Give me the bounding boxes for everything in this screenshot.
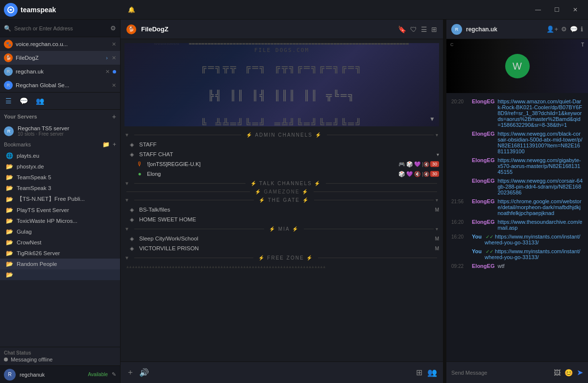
talk-channels-section[interactable]: ▼ ⚡ TALK CHANNELS ⚡: [121, 179, 443, 188]
channel-staff[interactable]: ◈ STAFF: [121, 140, 443, 149]
channel-sleep-city[interactable]: ◈ Sleep City/Work/School M: [121, 234, 443, 243]
user-elong[interactable]: ● Elong 🎲 💜 🔇 |🔇 30: [121, 169, 443, 179]
edit-icon[interactable]: ✎: [112, 371, 116, 378]
bookmark-crownest[interactable]: 📂 CrowNest: [0, 237, 120, 248]
notification-icon[interactable]: 🔔: [125, 4, 137, 16]
bookmark-ts3[interactable]: 📂 TeamSpeak 3: [0, 183, 120, 193]
add-user-icon[interactable]: 👤+: [546, 25, 558, 33]
close-button[interactable]: ✕: [566, 3, 584, 17]
message-link[interactable]: https://www.newegg.com/corsair-64gb-288-…: [497, 178, 583, 195]
chevron-down-icon[interactable]: ▾: [436, 132, 439, 138]
server-tab-regchan[interactable]: R regchan.uk ✕: [0, 65, 120, 78]
expand-icon[interactable]: ▼: [429, 116, 435, 122]
message-link[interactable]: https://www.myinstants.com/instant/where…: [485, 234, 580, 245]
admin-channels-section[interactable]: ▼ ⚡ ADMIN CHANNELS ⚡ ▾: [121, 130, 443, 140]
message-link[interactable]: https://chrome.google.com/webstore/detai…: [497, 198, 581, 216]
maximize-button[interactable]: ☐: [548, 3, 565, 17]
bookmark-ts5[interactable]: 📂 TeamSpeak 5: [0, 172, 120, 183]
message-content: ✓✓ https://www.myinstants.com/instant/wh…: [485, 234, 583, 245]
close-icon[interactable]: ✕: [112, 41, 116, 48]
bookmark-add-icon[interactable]: +: [113, 141, 116, 148]
sound-icon[interactable]: 🔊: [139, 368, 149, 377]
close-icon[interactable]: ✕: [112, 55, 116, 61]
channel-name: STAFF: [139, 142, 439, 147]
server-tab-regchan-global[interactable]: R Regchan Global Se... ✕: [0, 78, 120, 92]
message-link[interactable]: https://www.thesoundarchive.com/email.as…: [497, 219, 582, 231]
regchan-ts5-server[interactable]: R Regchan TS5 server 10 slots · Free ser…: [0, 123, 120, 139]
the-gate-section[interactable]: ▼ ⚡ THE GATE ⚡ ▾: [121, 195, 443, 205]
message-time: 21:56: [451, 198, 469, 204]
message-link[interactable]: https://www.myinstants.com/instant/where…: [485, 248, 580, 260]
user-reggie[interactable]: 🎙 ![onTS5]REGGIE-U.K] 🎮 🎲 💜 |🔇 30: [121, 159, 443, 169]
channel-victorville[interactable]: ◈ VICTORVILLE PRISON M: [121, 243, 443, 253]
add-channel-button[interactable]: ＋: [126, 367, 134, 378]
shield-action-icon[interactable]: 🛡: [410, 25, 417, 33]
info-icon[interactable]: ℹ: [581, 25, 583, 33]
free-zone-section[interactable]: ▼ ⚡ FREE ZONE ⚡: [121, 253, 443, 263]
chat-message: 09:22 ElongEG wtf: [446, 262, 588, 270]
grid-action-icon[interactable]: ⊞: [431, 25, 437, 33]
channel-home-sweet[interactable]: ◈ HOME SWEET HOME: [121, 215, 443, 224]
channel-tree: FILE DOGS.COM ▓▒░▒▓█████████████████████…: [121, 39, 443, 361]
settings-icon[interactable]: ⚙: [561, 25, 567, 33]
layout-icon[interactable]: ⊞: [416, 368, 422, 377]
message-link[interactable]: https://www.amazon.com/quiet-Dark-Rock-B…: [497, 98, 582, 128]
channel-icon: ◈: [128, 151, 135, 158]
bookmark-action-icon[interactable]: 🔖: [398, 25, 406, 33]
gear-icon[interactable]: ⚙: [110, 24, 116, 32]
send-button[interactable]: ➤: [577, 368, 583, 377]
bookmark-folder-icon[interactable]: 📁: [102, 141, 110, 148]
message-input-area: 🖼 😊 ➤: [446, 361, 588, 383]
message-link[interactable]: https://www.newegg.com/black-corsair-obs…: [497, 131, 582, 154]
chevron-down-icon[interactable]: ▾: [436, 197, 439, 203]
server-tab-voice[interactable]: 🐾 voice.regchan.co.u... ✕: [0, 37, 120, 51]
section-label: ⚡ MIA ⚡: [266, 226, 302, 232]
right-header: R regchan.uk 👤+ ⚙ 💬 ℹ: [446, 20, 588, 39]
chevron-down-icon[interactable]: ▾: [436, 226, 439, 232]
add-server-button[interactable]: +: [112, 113, 116, 120]
search-icon: 🔍: [4, 25, 11, 32]
message-author: You: [472, 248, 482, 254]
minimize-button[interactable]: —: [529, 3, 547, 17]
channel-icon: ◈: [128, 206, 135, 213]
bookmark-gulag[interactable]: 📂 Gulag: [0, 226, 120, 237]
message-author: ElongEG: [472, 157, 494, 163]
search-bar: 🔍 ⚙: [0, 20, 120, 37]
server-tab-name: FileDogZ: [16, 55, 103, 61]
folder-icon: 📂: [6, 250, 13, 257]
list-action-icon[interactable]: ☰: [421, 25, 427, 33]
bookmark-extra[interactable]: 📂: [0, 269, 120, 280]
folder-icon: 📂: [6, 228, 13, 235]
channel-staff-chat[interactable]: ◈ STAFF CHAT ▾: [121, 149, 443, 159]
message-input[interactable]: [451, 370, 550, 376]
server-tab-filedogz[interactable]: 🐕 FileDogZ › ✕: [0, 51, 120, 65]
bookmark-tsnet[interactable]: 📂 【TS-N.NET】Free Publi...: [0, 193, 120, 205]
server-list-icon[interactable]: ☰: [4, 96, 13, 106]
bookmark-playts[interactable]: 🌐 playts.eu: [0, 150, 120, 161]
contacts-icon[interactable]: 👥: [34, 96, 46, 106]
search-input[interactable]: [14, 25, 107, 31]
close-icon[interactable]: ✕: [112, 82, 116, 89]
emoji-icon[interactable]: 😊: [564, 369, 573, 377]
close-icon[interactable]: ✕: [105, 69, 110, 75]
banner-text: FILE DOGS.COM: [124, 47, 439, 53]
folder-icon: 📂: [6, 217, 13, 224]
bookmark-tigrik[interactable]: 📂 TigRik626 Server: [0, 248, 120, 259]
channel-bs-talk[interactable]: ◈ BS-Talk/files M: [121, 205, 443, 215]
users-icon[interactable]: 👥: [427, 368, 437, 377]
image-icon[interactable]: 🖼: [554, 369, 561, 377]
mia-section[interactable]: ▼ ⚡ MIA ⚡ ▾: [121, 224, 443, 234]
gamezone-section[interactable]: ⚡ GAMEZONE ⚡: [121, 188, 443, 195]
expand-badge[interactable]: ▾: [437, 152, 439, 157]
bookmark-phostyx[interactable]: 📂 phostyx.de: [0, 161, 120, 172]
chat-toggle-icon[interactable]: 💬: [570, 25, 578, 33]
banner-pattern: ▓▒░▒▓███████████████████████████████████…: [134, 43, 429, 126]
channel-name: FileDogZ: [141, 25, 169, 33]
bookmark-toxicwaste[interactable]: 📂 ToxicWaste HP Micros...: [0, 215, 120, 226]
center-panel: 🐕 FileDogZ 🔖 🛡 ☰ ⊞ FILE DOGS.COM ▓▒░▒▓██…: [121, 20, 443, 383]
bookmark-playts-event[interactable]: 📂 PlayTS Event Server: [0, 205, 120, 215]
chat-icon[interactable]: 💬: [18, 96, 29, 106]
message-link[interactable]: https://www.newegg.com/gigabyte-x570-aor…: [497, 157, 581, 175]
server-tab-name: Regchan Global Se...: [16, 82, 109, 88]
bookmark-random-people[interactable]: 📂 Random People: [0, 259, 120, 269]
